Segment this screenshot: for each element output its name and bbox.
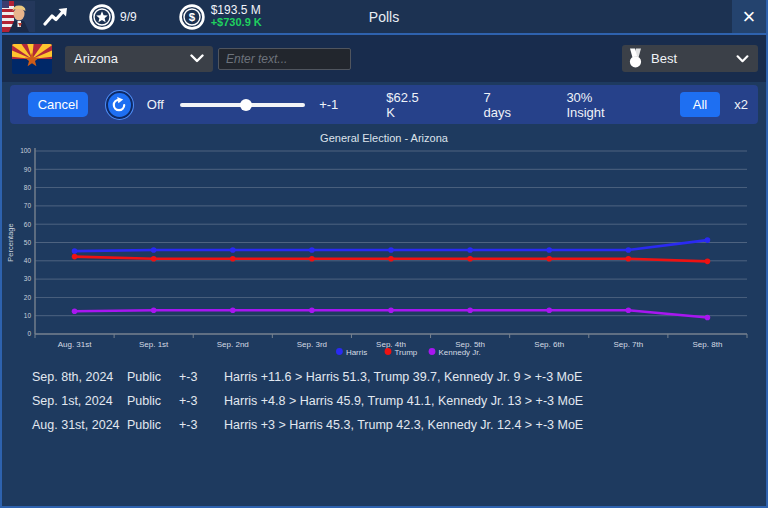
y-tick-label: 90 xyxy=(24,166,32,173)
close-button[interactable]: × xyxy=(732,0,766,33)
stars-count: 9/9 xyxy=(120,10,137,24)
y-tick-label: 40 xyxy=(24,257,32,264)
filter-bar: Arizona Best xyxy=(2,35,766,82)
poll-date: Aug. 31st, 2024 xyxy=(32,418,127,432)
arizona-flag-icon xyxy=(12,44,52,74)
polls-window: 9/9 $ $193.5 M +$730.9 K Polls × xyxy=(0,0,768,508)
poll-results-list: Sep. 8th, 2024 Public +-3 Harris +11.6 >… xyxy=(2,365,766,437)
chart-gridlines: 0102030405060708090100 xyxy=(20,147,747,337)
chevron-down-icon xyxy=(190,54,204,63)
data-point xyxy=(151,247,157,253)
data-point xyxy=(388,247,394,253)
data-point xyxy=(705,315,711,321)
stars-resource: 9/9 xyxy=(89,4,137,30)
data-point xyxy=(309,256,315,262)
slider-thumb[interactable] xyxy=(240,99,252,111)
cancel-button[interactable]: Cancel xyxy=(28,92,88,117)
poll-cost: $62.5 K xyxy=(386,90,429,120)
region-select[interactable]: Arizona xyxy=(65,46,213,72)
data-point xyxy=(309,307,315,313)
bottom-spacer xyxy=(2,437,766,506)
data-point xyxy=(546,256,552,262)
y-axis-label: Percentage xyxy=(6,223,15,261)
series-harris xyxy=(72,237,710,254)
data-point xyxy=(546,247,552,253)
data-point xyxy=(467,256,473,262)
poll-result-text: Harris +3 > Harris 45.3, Trump 42.3, Ken… xyxy=(224,418,766,432)
y-tick-label: 80 xyxy=(24,184,32,191)
poll-chart-section: General Election - Arizona 0102030405060… xyxy=(2,128,766,360)
series-trump xyxy=(72,254,710,264)
data-point xyxy=(230,307,236,313)
svg-text:$: $ xyxy=(188,11,195,23)
player-avatar xyxy=(2,1,35,32)
data-point xyxy=(230,247,236,253)
slider-value: +-1 xyxy=(319,97,338,112)
poll-action-toolbar: Cancel Off +-1 $62.5 K 7 days 30% Insigh… xyxy=(10,85,758,124)
y-tick-label: 60 xyxy=(24,221,32,228)
data-point xyxy=(705,237,711,243)
star-badge-icon xyxy=(89,4,115,30)
search-input[interactable] xyxy=(218,48,351,70)
legend-swatch xyxy=(429,348,436,355)
toggle-label[interactable]: Off xyxy=(147,97,164,112)
data-point xyxy=(151,307,157,313)
all-button[interactable]: All xyxy=(680,92,720,117)
y-tick-label: 10 xyxy=(24,312,32,319)
polls-trend-icon xyxy=(43,6,69,28)
y-tick-label: 0 xyxy=(27,330,31,337)
data-point xyxy=(626,307,632,313)
refresh-button[interactable] xyxy=(106,91,133,119)
x-tick-label: Sep. 6th xyxy=(534,340,564,349)
poll-date: Sep. 1st, 2024 xyxy=(32,394,127,408)
y-tick-label: 70 xyxy=(24,202,32,209)
x-tick-label: Aug. 31st xyxy=(58,340,93,349)
sort-select[interactable]: Best xyxy=(622,45,758,72)
legend-label: Harris xyxy=(346,348,367,357)
poll-result-text: Harris +11.6 > Harris 51.3, Trump 39.7, … xyxy=(224,370,766,384)
poll-moe: +-3 xyxy=(179,394,224,408)
poll-type: Public xyxy=(127,418,179,432)
data-point xyxy=(388,307,394,313)
region-select-value: Arizona xyxy=(74,51,118,66)
money-gain: +$730.9 K xyxy=(211,17,262,29)
y-tick-label: 100 xyxy=(20,147,31,154)
data-point xyxy=(626,256,632,262)
data-point xyxy=(309,247,315,253)
multiplier-label: x2 xyxy=(734,97,748,112)
legend-label: Trump xyxy=(395,348,418,357)
poll-result-row[interactable]: Sep. 1st, 2024 Public +-3 Harris +4.8 > … xyxy=(2,389,766,413)
data-point xyxy=(72,254,78,260)
data-point xyxy=(72,248,78,254)
poll-line-chart: 0102030405060708090100PercentageAug. 31s… xyxy=(2,146,766,360)
top-bar: 9/9 $ $193.5 M +$730.9 K Polls × xyxy=(2,0,766,35)
y-tick-label: 20 xyxy=(24,294,32,301)
data-point xyxy=(72,309,78,315)
refresh-icon xyxy=(111,97,127,113)
amount-slider[interactable] xyxy=(180,98,305,112)
x-tick-label: Sep. 3rd xyxy=(297,340,327,349)
data-point xyxy=(467,247,473,253)
legend-label: Kennedy Jr. xyxy=(439,348,481,357)
poll-moe: +-3 xyxy=(179,370,224,384)
x-tick-label: Sep. 2nd xyxy=(217,340,249,349)
data-point xyxy=(467,307,473,313)
y-tick-label: 50 xyxy=(24,239,32,246)
poll-duration: 7 days xyxy=(483,90,520,120)
chevron-down-icon xyxy=(736,55,749,63)
x-tick-label: Sep. 1st xyxy=(139,340,169,349)
avatar-portrait-icon xyxy=(2,1,35,32)
y-tick-label: 30 xyxy=(24,275,32,282)
poll-type: Public xyxy=(127,370,179,384)
data-point xyxy=(546,307,552,313)
chart-legend: HarrisTrumpKennedy Jr. xyxy=(336,348,481,357)
poll-date: Sep. 8th, 2024 xyxy=(32,370,127,384)
poll-result-row[interactable]: Sep. 8th, 2024 Public +-3 Harris +11.6 >… xyxy=(2,365,766,389)
poll-insight: 30% Insight xyxy=(566,90,631,120)
poll-result-row[interactable]: Aug. 31st, 2024 Public +-3 Harris +3 > H… xyxy=(2,413,766,437)
chart-title: General Election - Arizona xyxy=(2,128,766,144)
x-tick-label: Sep. 7th xyxy=(613,340,643,349)
poll-result-text: Harris +4.8 > Harris 45.9, Trump 41.1, K… xyxy=(224,394,766,408)
data-point xyxy=(388,256,394,262)
poll-type: Public xyxy=(127,394,179,408)
